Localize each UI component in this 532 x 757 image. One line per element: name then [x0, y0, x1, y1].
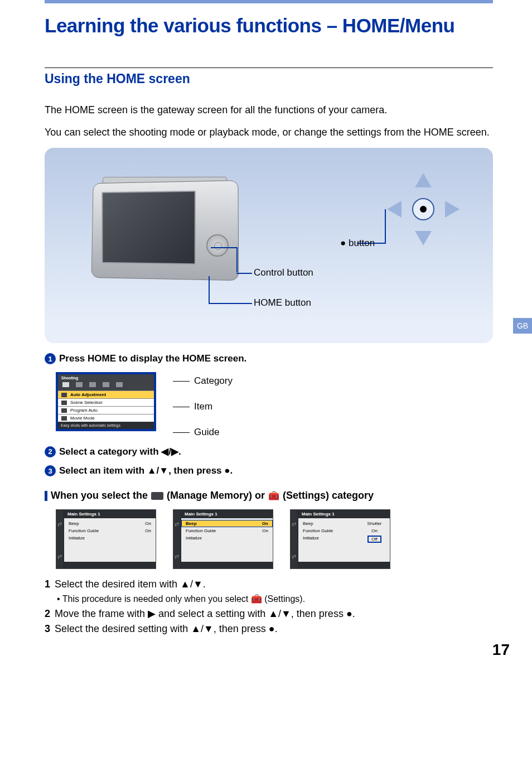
item-label: Item	[194, 401, 212, 412]
mini-category-icons	[58, 380, 154, 390]
sub-heading-part1: When you select the	[51, 490, 148, 502]
mini-item: Scene Selection	[70, 400, 103, 405]
step-3-text: Select an item with ▲/▼, then press ●.	[59, 465, 233, 476]
num-step-2: Move the frame with ▶ and select a setti…	[55, 606, 355, 621]
subsection-heading: When you select the (Manage Memory) or 🧰…	[45, 490, 493, 502]
num-1: 1	[45, 577, 50, 592]
step-1-text: Press HOME to display the HOME screen.	[59, 353, 246, 364]
mini-title: Shooting	[58, 374, 154, 380]
settings-screen-1: γTγT Main Settings 1 BeepOn Function Gui…	[56, 509, 156, 569]
section-heading: Using the HOME screen	[45, 71, 493, 86]
camera-illustration	[89, 181, 245, 293]
control-button-label: Control button	[254, 267, 313, 278]
control-button-diagram	[387, 173, 460, 245]
step-number-3-icon: 3	[45, 465, 56, 476]
ss-title: Main Settings 1	[64, 510, 156, 518]
settings-icon-inline: 🧰	[251, 594, 262, 604]
page-number: 17	[492, 641, 510, 659]
language-tab: GB	[513, 318, 532, 334]
page-title: Learning the various functions – HOME/Me…	[45, 15, 493, 37]
num-3: 3	[45, 621, 50, 637]
settings-screen-2: γTγT Main Settings 1 BeepOn Function Gui…	[173, 509, 273, 569]
settings-icon: 🧰	[268, 490, 279, 501]
step-1: 1 Press HOME to display the HOME screen.	[45, 353, 493, 364]
home-button-label: HOME button	[254, 297, 311, 308]
num-2: 2	[45, 606, 50, 621]
section-rule	[45, 67, 493, 68]
dot-button-label: ● button	[340, 238, 375, 249]
category-label: Category	[194, 375, 233, 387]
sub-heading-part3: (Settings) category	[283, 490, 374, 502]
num-step-1: Select the desired item with ▲/▼.	[55, 577, 206, 592]
step-number-2-icon: 2	[45, 446, 56, 457]
intro-paragraph-1: The HOME screen is the gateway screen fo…	[45, 103, 493, 117]
guide-label: Guide	[194, 427, 219, 438]
heading-bar-icon	[45, 491, 47, 501]
center-button-icon	[412, 198, 434, 220]
settings-screens-row: γTγT Main Settings 1 BeepOn Function Gui…	[56, 509, 493, 569]
home-screen-illustration: Shooting Auto Adjustment Scene Selection…	[56, 372, 493, 438]
step-3: 3 Select an item with ▲/▼, then press ●.	[45, 465, 493, 476]
manage-memory-icon	[151, 492, 163, 500]
mini-item: Auto Adjustment	[70, 392, 106, 397]
settings-screen-3: γTγT Main Settings 1 Beep Function Guide…	[290, 509, 390, 569]
numbered-steps: 1 Select the desired item with ▲/▼. • Th…	[45, 577, 493, 637]
num-step-3: Select the desired setting with ▲/▼, the…	[55, 621, 278, 637]
mini-item: Movie Mode	[70, 416, 95, 421]
step-2: 2 Select a category with ◀/▶.	[45, 446, 493, 457]
home-screen-mini: Shooting Auto Adjustment Scene Selection…	[56, 372, 156, 431]
intro-paragraph-2: You can select the shooting mode or play…	[45, 126, 493, 139]
num-step-1-note: • This procedure is needed only when you…	[57, 592, 493, 606]
mini-item: Program Auto	[70, 408, 98, 413]
step-2-text: Select a category with ◀/▶.	[59, 446, 181, 457]
top-accent-bar	[45, 0, 493, 3]
sub-heading-part2: (Manage Memory) or	[167, 490, 265, 502]
camera-diagram: ● button Control button HOME button	[45, 148, 493, 343]
mini-guide: Easy shots with automatic settings	[58, 422, 154, 429]
step-number-1-icon: 1	[45, 353, 56, 364]
